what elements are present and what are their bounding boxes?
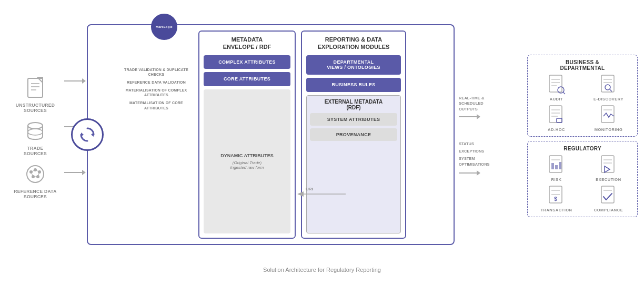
- trade-label: TRADESOURCES: [24, 146, 47, 156]
- status-label: STATUS: [459, 141, 527, 146]
- svg-marker-21: [297, 191, 304, 197]
- main-container: UNSTRUCTURED SOURCES TRADESOURCES: [6, 6, 638, 279]
- svg-point-5: [28, 123, 43, 129]
- svg-rect-53: [601, 186, 614, 203]
- center-box: MarkLogic TRADE VALIDATION & DUPLICATE C…: [87, 24, 455, 245]
- svg-point-7: [27, 166, 44, 182]
- monitoring-item: MONITORING: [584, 105, 633, 132]
- transaction-item: $ TRANSACTION: [532, 185, 581, 212]
- exceptions-label: EXCEPTIONS: [459, 149, 527, 154]
- source-trade: TRADESOURCES: [23, 118, 48, 156]
- svg-rect-43: [555, 165, 558, 169]
- process-item-3: MATERIALISATION OF COMPLEX ATTRIBUTES: [119, 88, 193, 97]
- dynamic-title: DYNAMIC ATTRIBUTES: [220, 153, 274, 158]
- external-metadata-title: EXTERNAL METADATA(RDF): [310, 99, 397, 110]
- compliance-icon: [599, 185, 618, 206]
- svg-point-31: [605, 85, 610, 90]
- unstructured-icon: [23, 75, 48, 100]
- adhoc-item: AD-HOC: [532, 105, 581, 132]
- compliance-label: COMPLIANCE: [594, 208, 623, 212]
- ediscovery-item: E-DISCOVERY: [584, 74, 633, 101]
- audit-label: AUDIT: [550, 97, 563, 101]
- svg-rect-38: [601, 106, 614, 123]
- risk-item: RISK: [532, 155, 581, 182]
- business-rules-btn[interactable]: BUSINESS RULES: [306, 78, 401, 92]
- svg-marker-19: [81, 133, 84, 137]
- ediscovery-label: E-DISCOVERY: [593, 97, 623, 101]
- marklogic-badge: MarkLogic: [151, 14, 177, 40]
- reference-icon: [23, 161, 48, 187]
- diagram-area: UNSTRUCTURED SOURCES TRADESOURCES: [6, 6, 638, 263]
- adhoc-label: AD-HOC: [548, 127, 565, 132]
- compliance-item: COMPLIANCE: [584, 185, 633, 212]
- svg-rect-28: [601, 75, 614, 92]
- svg-line-27: [563, 92, 565, 94]
- process-item-1: TRADE VALIDATION & DUPLICATE CHECKS: [119, 67, 193, 77]
- metadata-title: METADATAENVELOPE / RDF: [204, 36, 290, 51]
- transaction-icon: $: [547, 185, 566, 206]
- reporting-panel: REPORTING & DATAEXPLORATION MODULES DEPA…: [301, 30, 406, 239]
- regulatory-title: REGULATORY: [532, 146, 633, 151]
- svg-text:$: $: [554, 196, 557, 202]
- audit-icon: [547, 74, 566, 95]
- process-item-2: REFERENCE DATA VALIDATION: [119, 80, 193, 85]
- transaction-label: TRANSACTION: [540, 208, 572, 212]
- execution-icon: [599, 155, 618, 176]
- svg-rect-45: [601, 156, 614, 172]
- audit-item: AUDIT: [532, 74, 581, 101]
- sync-circle: [71, 118, 104, 151]
- system-attributes-btn[interactable]: SYSTEM ATTRIBUTES: [310, 113, 397, 126]
- svg-rect-42: [551, 163, 554, 169]
- arrow-unstructured: [64, 80, 85, 82]
- departmental-views-btn[interactable]: DEPARTMENTALVIEWS / ONTOLOGIES: [306, 55, 401, 75]
- dynamic-sub: (Original Trade)Ingested raw form: [230, 160, 264, 170]
- complex-attributes-btn[interactable]: COMPLEX ATTRIBUTES: [204, 55, 290, 69]
- external-metadata-section: EXTERNAL METADATA(RDF) SYSTEM ATTRIBUTES…: [306, 95, 401, 233]
- right-panel: BUSINESS &DEPARTMENTAL: [527, 52, 638, 217]
- svg-marker-18: [91, 133, 94, 137]
- reference-label: REFERENCE DATASOURCES: [14, 189, 56, 199]
- diagram-caption: Solution Architecture for Regulatory Rep…: [263, 267, 381, 273]
- sources-column: UNSTRUCTURED SOURCES TRADESOURCES: [6, 70, 64, 199]
- regulatory-icon-grid: RISK EXECUTION: [532, 155, 633, 212]
- monitoring-icon: [599, 105, 618, 126]
- marklogic-label: MarkLogic: [156, 25, 173, 28]
- outputs-area: REAL-TIME &SCHEDULEDOUTPUTS STATUS EXCEP…: [459, 90, 527, 179]
- unstructured-label: UNSTRUCTURED SOURCES: [6, 103, 64, 113]
- source-reference: REFERENCE DATASOURCES: [14, 161, 56, 199]
- svg-rect-44: [559, 162, 561, 169]
- business-title: BUSINESS &DEPARTMENTAL: [532, 59, 633, 71]
- business-icon-grid: AUDIT E-DISCOVERY: [532, 74, 633, 132]
- execution-item: EXECUTION: [584, 155, 633, 182]
- business-section: BUSINESS &DEPARTMENTAL: [527, 55, 638, 137]
- svg-rect-37: [557, 118, 562, 123]
- optimisations-label: SYSTEMOPTIMISATIONS: [459, 156, 527, 167]
- execution-label: EXECUTION: [596, 177, 621, 182]
- risk-icon: [547, 155, 566, 176]
- core-attributes-btn[interactable]: CORE ATTRIBUTES: [204, 72, 290, 86]
- metadata-panel: METADATAENVELOPE / RDF COMPLEX ATTRIBUTE…: [198, 30, 296, 239]
- risk-label: RISK: [551, 177, 562, 182]
- svg-point-6: [28, 129, 43, 135]
- reporting-title: REPORTING & DATAEXPLORATION MODULES: [306, 36, 401, 51]
- monitoring-label: MONITORING: [595, 127, 623, 132]
- svg-rect-33: [549, 106, 562, 123]
- trade-icon: [23, 118, 48, 144]
- adhoc-icon: [547, 105, 566, 126]
- regulatory-section: REGULATORY RISK: [527, 141, 638, 217]
- svg-rect-0: [28, 78, 43, 97]
- process-list: TRADE VALIDATION & DUPLICATE CHECKS REFE…: [119, 30, 193, 239]
- svg-line-32: [610, 89, 612, 91]
- dynamic-section: DYNAMIC ATTRIBUTES (Original Trade)Inges…: [204, 89, 290, 233]
- realtime-outputs-label: REAL-TIME &SCHEDULEDOUTPUTS: [459, 96, 527, 113]
- inner-panels: METADATAENVELOPE / RDF COMPLEX ATTRIBUTE…: [198, 30, 449, 239]
- provenance-btn[interactable]: PROVENANCE: [310, 128, 397, 141]
- arrow-outputs-bottom: [459, 172, 480, 174]
- ediscovery-icon: [599, 74, 618, 95]
- arrow-outputs-top: [459, 116, 480, 117]
- process-item-4: MATERIALISATION OF CORE ATTRIBUTES: [119, 100, 193, 110]
- svg-marker-48: [605, 166, 610, 172]
- source-unstructured: UNSTRUCTURED SOURCES: [6, 75, 64, 113]
- svg-rect-22: [549, 75, 562, 92]
- arrow-reference: [64, 172, 85, 173]
